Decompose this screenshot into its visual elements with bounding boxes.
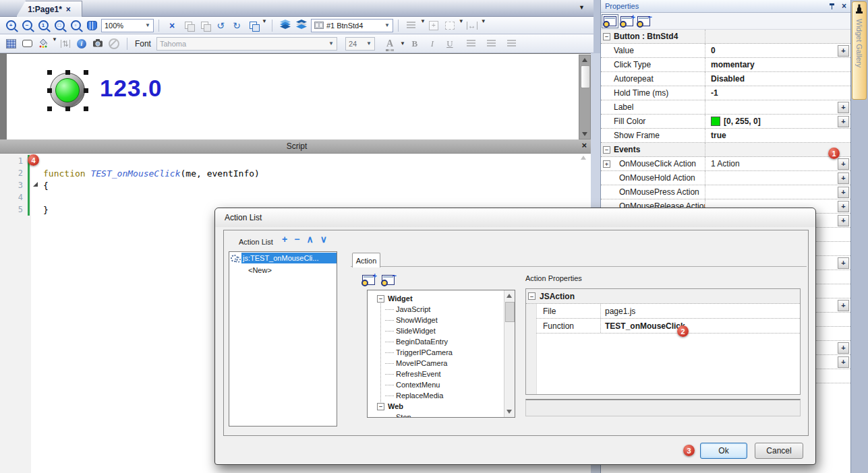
property-row[interactable]: Click Typemomentary [601, 58, 850, 72]
cancel-button[interactable]: Cancel [755, 443, 803, 459]
property-value[interactable]: 1 Action [705, 157, 838, 170]
chevron-down-icon[interactable]: ▼ [481, 18, 486, 33]
add-action-button[interactable]: + [838, 215, 849, 226]
canvas-vertical-scrollbar[interactable] [579, 55, 591, 139]
spacing-icon[interactable]: ↔ [464, 18, 480, 33]
tree-item[interactable]: −Widget [368, 293, 492, 304]
tab-close-icon[interactable]: × [66, 5, 71, 14]
zoom-selection-icon[interactable]: ▫ [67, 18, 84, 33]
scroll-down-icon[interactable] [582, 132, 587, 136]
group-icon[interactable] [180, 18, 196, 33]
tree-item[interactable]: ContextMenu [368, 379, 510, 390]
selection-handle[interactable] [47, 88, 52, 93]
collapse-icon[interactable]: − [603, 33, 610, 40]
dialog-titlebar[interactable]: Action List [215, 208, 815, 227]
property-value[interactable]: true [705, 129, 850, 142]
info-icon[interactable]: i [74, 36, 90, 51]
shape-style-icon[interactable] [19, 36, 35, 51]
chevron-down-icon[interactable]: ▼ [52, 36, 57, 51]
numeric-field-widget[interactable]: 123.0 [100, 75, 163, 102]
arrange-order-icon[interactable] [245, 18, 261, 33]
font-family-combo[interactable]: Tahoma▼ [156, 37, 337, 51]
page-tab[interactable]: 1:Page1* × [16, 1, 82, 17]
expand-icon[interactable]: + [603, 160, 610, 168]
selection-handle[interactable] [47, 70, 52, 75]
tree-item[interactable]: ShowWidget [368, 315, 510, 325]
property-value[interactable]: 0 [705, 44, 838, 57]
chevron-down-icon[interactable]: ▼ [420, 18, 426, 33]
widget-gallery-tab[interactable]: Widget Gallery [852, 1, 867, 100]
script-close-icon[interactable]: × [581, 140, 587, 150]
make-same-size-icon[interactable]: + [426, 18, 442, 33]
selection-handle[interactable] [84, 88, 88, 93]
add-action-button[interactable]: + [838, 300, 849, 311]
property-value[interactable]: page1.js [600, 304, 800, 318]
pan-icon[interactable] [84, 18, 100, 33]
selection-handle[interactable] [65, 106, 70, 111]
scroll-up-icon[interactable] [582, 58, 587, 62]
add-action-button[interactable]: + [838, 187, 849, 198]
tree-item[interactable]: −Web [368, 401, 492, 412]
property-value[interactable] [705, 185, 838, 199]
chevron-down-icon[interactable]: ▼ [400, 40, 405, 46]
script-line[interactable]: 1 [0, 155, 594, 167]
pin-icon[interactable] [829, 3, 835, 9]
rotate-right-icon[interactable]: ↻ [229, 18, 245, 33]
tree-item[interactable]: BeginDataEntry [368, 336, 510, 347]
property-row[interactable]: AutorepeatDisabled [601, 72, 850, 86]
italic-icon[interactable]: I [424, 36, 440, 51]
property-value[interactable]: TEST_onMouseClick [600, 319, 800, 333]
tree-item[interactable]: SlideWidget [368, 325, 510, 336]
font-size-combo[interactable]: 24▼ [345, 37, 375, 51]
list-item[interactable]: <New> [229, 264, 337, 276]
js-action-row[interactable]: Filepage1.js [536, 304, 800, 319]
property-value[interactable] [705, 100, 838, 114]
property-value[interactable]: Disabled [705, 72, 850, 86]
action-type-tree[interactable]: −WidgetJavaScriptShowWidgetSlideWidgetBe… [367, 290, 515, 418]
property-row[interactable]: Fill Color[0, 255, 0]+ [601, 115, 850, 129]
ungroup-icon[interactable] [196, 18, 212, 33]
script-line[interactable]: 2function TEST_onMouseClick(me, eventInf… [0, 167, 594, 179]
collapse-all-icon[interactable]: − [382, 275, 395, 285]
property-value[interactable]: -1 [705, 86, 850, 100]
show-descriptions-icon[interactable] [604, 16, 616, 26]
underline-icon[interactable]: U [442, 36, 458, 51]
add-action-icon[interactable]: + [282, 234, 287, 244]
button-widget[interactable] [50, 73, 85, 108]
no-style-icon[interactable] [106, 36, 122, 51]
move-action-down-icon[interactable]: ∨ [320, 234, 327, 244]
property-value[interactable]: [0, 255, 0] [705, 115, 838, 128]
selection-handle[interactable] [84, 70, 88, 75]
close-icon[interactable]: × [842, 1, 846, 11]
add-action-button[interactable]: + [838, 45, 849, 57]
action-listbox[interactable]: js:TEST_onMouseCli...<New> [229, 251, 337, 427]
bring-to-front-icon[interactable] [277, 18, 293, 33]
text-align-right-icon[interactable] [504, 36, 520, 51]
delete-widget-icon[interactable]: × [164, 18, 180, 33]
property-row[interactable]: Hold Time (ms)-1 [601, 86, 850, 100]
tree-item[interactable]: RefreshEvent [368, 369, 510, 379]
property-value[interactable] [705, 171, 838, 185]
design-canvas[interactable]: 123.0 [0, 53, 594, 139]
property-row[interactable]: Show Frametrue [601, 129, 850, 143]
tree-item[interactable]: Stop [368, 412, 510, 418]
script-line[interactable]: 4 [0, 191, 594, 203]
property-group-header[interactable]: −Button : BtnStd4 [601, 30, 850, 44]
property-row[interactable]: +OnMouseClick Action1 Action+ [601, 157, 850, 171]
zoom-out-icon[interactable]: − [19, 18, 35, 33]
selection-handle[interactable] [47, 106, 52, 111]
font-color-icon[interactable]: A [382, 36, 398, 51]
fill-color-icon[interactable] [35, 36, 51, 51]
add-action-button[interactable]: + [838, 116, 849, 127]
property-row[interactable]: OnMouseHold Action+ [601, 171, 850, 185]
expand-all-icon[interactable]: + [620, 16, 633, 26]
tree-item[interactable]: MoveIPCamera [368, 358, 510, 369]
chevron-down-icon[interactable]: ▼ [262, 18, 267, 33]
property-group-header[interactable]: −Events [601, 143, 850, 157]
collapse-all-icon[interactable]: − [637, 16, 650, 26]
remove-action-icon[interactable]: − [294, 234, 299, 244]
widget-selector-combo[interactable]: #1 BtnStd4 ▼ [311, 19, 393, 32]
tree-item[interactable]: TriggerIPCamera [368, 347, 510, 358]
screenshot-icon[interactable] [90, 36, 106, 51]
add-action-button[interactable]: + [838, 158, 849, 170]
